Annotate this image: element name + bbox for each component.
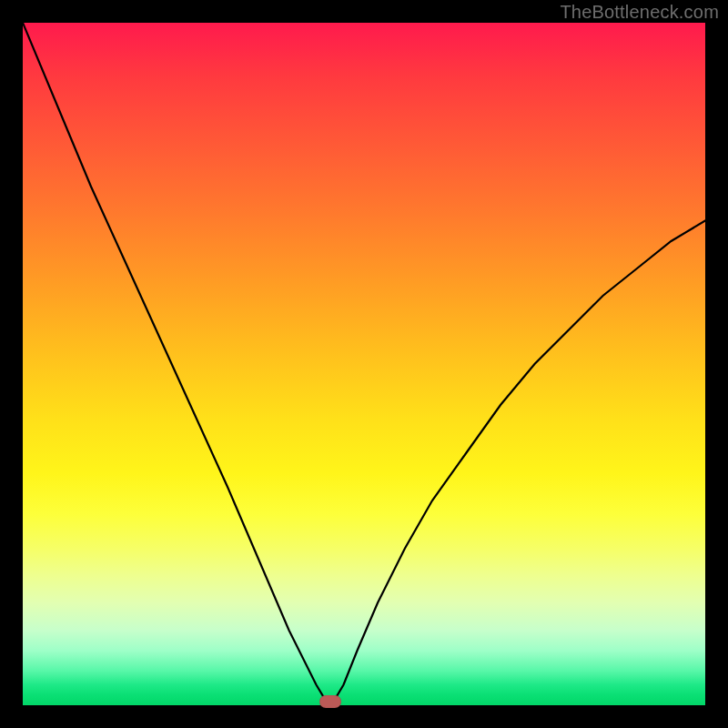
bottleneck-curve (23, 23, 705, 702)
plot-area (23, 23, 705, 705)
minimum-marker (319, 695, 341, 708)
watermark-text: TheBottleneck.com (560, 2, 719, 23)
chart-frame: TheBottleneck.com (0, 0, 728, 728)
curve-svg (23, 23, 705, 705)
